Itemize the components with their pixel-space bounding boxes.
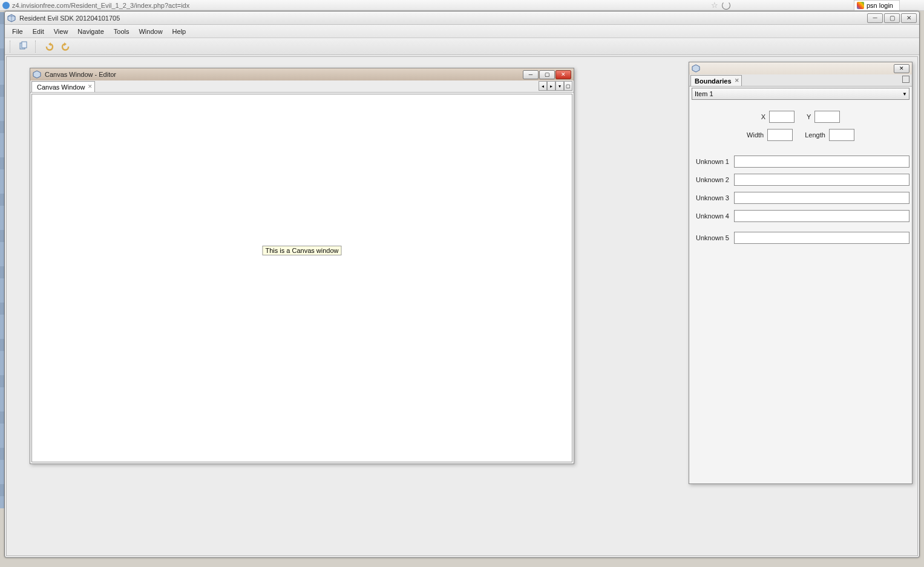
boundaries-titlebar[interactable]: ✕ bbox=[689, 62, 912, 74]
x-label: X bbox=[761, 113, 765, 120]
y-input[interactable] bbox=[814, 111, 840, 123]
unknown-4-label: Unknown 4 bbox=[692, 212, 729, 220]
boundaries-tab[interactable]: Boundaries ✕ bbox=[690, 75, 742, 86]
redo-button[interactable] bbox=[59, 40, 73, 53]
canvas-window-title: Canvas Window - Editor bbox=[45, 71, 116, 78]
boundaries-panel: ✕ Boundaries ✕ Item 1 ▼ X bbox=[689, 62, 913, 484]
menu-view[interactable]: View bbox=[49, 27, 73, 36]
canvas-window-titlebar[interactable]: Canvas Window - Editor ─ ▢ ✕ bbox=[30, 68, 574, 80]
canvas-tab[interactable]: Canvas Window ✕ bbox=[31, 81, 95, 92]
canvas-content-area[interactable]: This is a Canvas window bbox=[31, 94, 572, 462]
chevron-down-icon: ▼ bbox=[902, 91, 907, 97]
menu-bar: File Edit View Navigate Tools Window Hel… bbox=[5, 25, 919, 38]
canvas-placeholder-label: This is a Canvas window bbox=[262, 246, 341, 255]
menu-window[interactable]: Window bbox=[134, 27, 167, 36]
boundaries-tab-restore-icon[interactable] bbox=[902, 76, 909, 83]
canvas-maximize-button[interactable]: ▢ bbox=[539, 70, 555, 79]
favicon-icon bbox=[2, 2, 10, 9]
svg-rect-4 bbox=[22, 42, 27, 48]
app-icon bbox=[7, 14, 16, 22]
toolbar-grip-icon bbox=[10, 41, 12, 53]
google-favicon-icon bbox=[857, 2, 864, 9]
reload-icon[interactable] bbox=[722, 1, 730, 10]
item-dropdown[interactable]: Item 1 ▼ bbox=[692, 88, 909, 100]
unknown-1-label: Unknown 1 bbox=[692, 158, 729, 165]
copy-button[interactable] bbox=[17, 40, 30, 53]
bookmark-star-icon[interactable]: ☆ bbox=[711, 1, 718, 10]
menu-edit[interactable]: Edit bbox=[28, 27, 49, 36]
menu-file[interactable]: File bbox=[7, 27, 28, 36]
unknown-5-label: Unknown 5 bbox=[692, 234, 729, 241]
maximize-button[interactable]: ▢ bbox=[884, 13, 900, 23]
unknown-3-label: Unknown 3 bbox=[692, 194, 729, 202]
svg-marker-5 bbox=[48, 42, 51, 46]
boundaries-body: Item 1 ▼ X Y Width bbox=[692, 88, 909, 481]
tab-nav-next-button[interactable]: ▸ bbox=[547, 81, 555, 91]
y-label: Y bbox=[807, 113, 811, 120]
browser-tab-secondary[interactable]: psn login bbox=[854, 0, 900, 10]
close-button[interactable]: ✕ bbox=[901, 13, 917, 23]
canvas-tab-label: Canvas Window bbox=[37, 84, 85, 91]
boundaries-window-icon bbox=[692, 64, 700, 73]
boundaries-close-button[interactable]: ✕ bbox=[894, 64, 909, 73]
canvas-tab-bar: Canvas Window ✕ ◂ ▸ ▾ ▢ bbox=[30, 80, 574, 93]
boundaries-tab-label: Boundaries bbox=[695, 77, 732, 85]
svg-marker-6 bbox=[64, 42, 67, 46]
width-input[interactable] bbox=[767, 129, 793, 141]
unknown-2-input[interactable] bbox=[734, 174, 909, 186]
item-dropdown-value: Item 1 bbox=[695, 90, 713, 97]
menu-tools[interactable]: Tools bbox=[109, 27, 134, 36]
app-window: Resident Evil SDK 201204101705 ─ ▢ ✕ Fil… bbox=[4, 11, 920, 558]
toolbar-separator bbox=[35, 41, 38, 53]
canvas-editor-window: Canvas Window - Editor ─ ▢ ✕ Canvas Wind… bbox=[30, 68, 574, 464]
tab-nav-dropdown-button[interactable]: ▾ bbox=[555, 81, 564, 91]
canvas-window-icon bbox=[33, 70, 41, 79]
canvas-tab-close-icon[interactable]: ✕ bbox=[88, 84, 93, 90]
tab-nav-prev-button[interactable]: ◂ bbox=[539, 81, 547, 91]
tab-nav-restore-button[interactable]: ▢ bbox=[564, 81, 572, 91]
unknown-3-input[interactable] bbox=[734, 192, 909, 204]
unknown-2-label: Unknown 2 bbox=[692, 176, 729, 183]
undo-button[interactable] bbox=[42, 40, 56, 53]
length-input[interactable] bbox=[829, 129, 854, 141]
app-title: Resident Evil SDK 201204101705 bbox=[19, 15, 120, 22]
x-input[interactable] bbox=[769, 111, 795, 123]
browser-tab-secondary-label: psn login bbox=[867, 2, 893, 9]
app-titlebar: Resident Evil SDK 201204101705 ─ ▢ ✕ bbox=[5, 11, 919, 25]
mdi-workspace: Canvas Window - Editor ─ ▢ ✕ Canvas Wind… bbox=[6, 56, 918, 556]
unknown-1-input[interactable] bbox=[734, 156, 909, 168]
browser-url: z4.invisionfree.com/Resident_Evil_1_2_3/… bbox=[12, 2, 189, 9]
minimize-button[interactable]: ─ bbox=[867, 13, 883, 23]
unknown-5-input[interactable] bbox=[734, 232, 909, 244]
canvas-minimize-button[interactable]: ─ bbox=[523, 70, 539, 79]
menu-help[interactable]: Help bbox=[168, 27, 191, 36]
toolbar bbox=[5, 38, 919, 55]
background-window-edge bbox=[0, 12, 4, 508]
length-label: Length bbox=[805, 131, 825, 139]
canvas-close-button[interactable]: ✕ bbox=[555, 70, 571, 79]
boundaries-tab-close-icon[interactable]: ✕ bbox=[735, 77, 739, 84]
boundaries-tab-bar: Boundaries ✕ bbox=[689, 74, 912, 87]
browser-tab-strip: z4.invisionfree.com/Resident_Evil_1_2_3/… bbox=[0, 0, 924, 11]
menu-navigate[interactable]: Navigate bbox=[73, 27, 108, 36]
width-label: Width bbox=[747, 131, 764, 139]
svg-marker-7 bbox=[33, 71, 41, 78]
svg-marker-8 bbox=[692, 65, 700, 72]
unknown-4-input[interactable] bbox=[734, 210, 909, 222]
